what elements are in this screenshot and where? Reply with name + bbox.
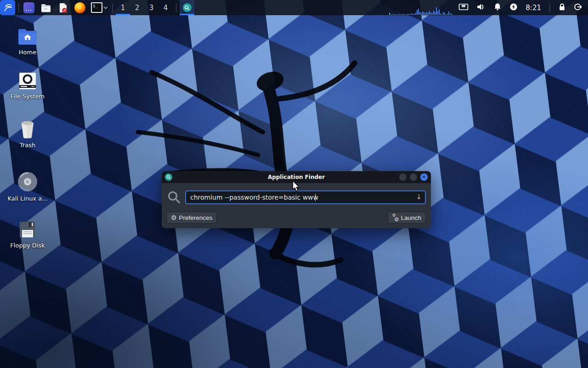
panel-separator xyxy=(549,3,550,12)
text-caret xyxy=(315,194,316,201)
workspace-switcher: 1 2 3 4 xyxy=(116,0,173,15)
firefox-launcher[interactable] xyxy=(74,2,85,13)
search-icon xyxy=(183,3,192,12)
desktop-icon-label: Trash xyxy=(20,142,35,149)
kali-dragon-silhouette xyxy=(124,53,427,269)
applications-menu-button[interactable] xyxy=(0,0,15,15)
kali-logo-icon xyxy=(2,2,13,13)
purple-app-icon: ••• xyxy=(23,2,34,13)
workspace-3[interactable]: 3 xyxy=(144,0,158,15)
maximize-button[interactable] xyxy=(410,173,417,181)
desktop-icon-file-system[interactable]: File System xyxy=(5,72,51,100)
preferences-button[interactable]: ⚙ Preferences xyxy=(166,212,217,224)
floppy-disk-icon xyxy=(18,220,37,239)
terminal-icon: $_ xyxy=(91,2,102,13)
workspace-1[interactable]: 1 xyxy=(116,0,130,15)
close-button[interactable]: ✕ xyxy=(420,173,428,181)
dropdown-arrow-icon[interactable]: ↓ xyxy=(416,193,422,201)
logout-icon[interactable] xyxy=(574,3,582,13)
application-finder-button[interactable] xyxy=(180,0,194,15)
command-input-wrap: ↓ xyxy=(185,190,426,204)
trash-can-icon xyxy=(18,120,37,139)
folder-icon xyxy=(40,2,51,13)
lock-icon[interactable] xyxy=(558,3,566,13)
desktop-icon-home[interactable]: Home xyxy=(5,28,51,56)
home-folder-icon xyxy=(17,28,38,46)
desktop-icon-label: File System xyxy=(11,93,45,100)
desktop-icon-label: Home xyxy=(19,49,36,56)
panel-separator xyxy=(18,3,19,12)
search-icon-large xyxy=(166,190,182,205)
system-monitor[interactable] xyxy=(389,0,452,15)
file-manager-launcher[interactable] xyxy=(40,2,51,13)
desktop-icon-floppy[interactable]: Floppy Disk xyxy=(5,220,51,249)
desktop-icon-kali-cd[interactable]: Kali Linux a... xyxy=(5,171,51,202)
window-title: Application Finder xyxy=(162,174,431,180)
document-edit-icon xyxy=(57,2,68,13)
titlebar-buttons: ✕ xyxy=(399,173,428,181)
network-icon[interactable] xyxy=(458,3,469,13)
application-finder-window: Application Finder ✕ ↓ ⚙ Preferences xyxy=(162,171,431,228)
minimize-button[interactable] xyxy=(399,173,407,181)
desktop-icon-label: Floppy Disk xyxy=(10,242,45,249)
launch-button[interactable]: ⚙⚙ Launch xyxy=(388,212,426,224)
launcher-group: ••• $_ xyxy=(22,2,109,13)
mouse-cursor xyxy=(292,180,300,192)
preferences-label: Preferences xyxy=(179,214,213,221)
gear-icon: ⚙ xyxy=(171,214,177,221)
power-manager-icon[interactable] xyxy=(509,3,518,13)
text-editor-launcher[interactable] xyxy=(57,2,68,13)
launch-label: Launch xyxy=(401,214,421,221)
terminal-launcher[interactable]: $_ xyxy=(91,2,108,13)
desktop-icon-trash[interactable]: Trash xyxy=(5,120,51,149)
panel-separator xyxy=(176,3,176,12)
command-input[interactable] xyxy=(185,190,426,204)
optical-disc-icon xyxy=(17,171,38,192)
firefox-icon xyxy=(74,2,85,13)
notifications-bell-icon[interactable] xyxy=(493,3,502,13)
app-launcher-button[interactable]: ••• xyxy=(23,2,34,13)
volume-icon[interactable] xyxy=(476,3,486,13)
launch-gears-icon: ⚙⚙ xyxy=(392,214,399,221)
workspace-2[interactable]: 2 xyxy=(130,0,144,15)
desktop-icon-label: Kali Linux a... xyxy=(7,195,47,202)
chevron-down-icon[interactable] xyxy=(103,6,108,9)
system-tray: 8:21 xyxy=(458,3,582,13)
top-panel: ••• $_ 1 xyxy=(0,0,588,15)
panel-separator xyxy=(112,3,113,12)
hard-disk-icon xyxy=(18,72,37,90)
workspace-4[interactable]: 4 xyxy=(158,0,173,15)
clock[interactable]: 8:21 xyxy=(526,4,541,12)
